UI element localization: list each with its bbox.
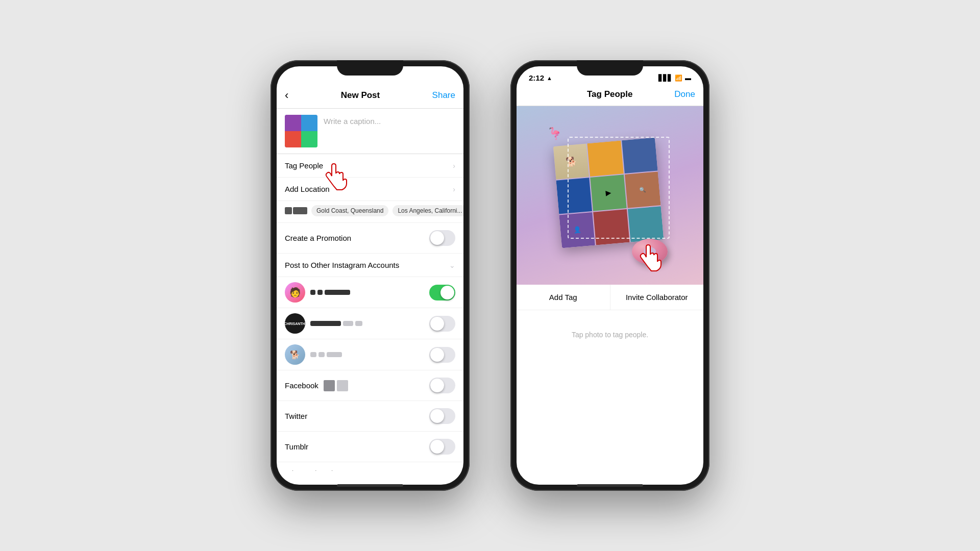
notch-left <box>337 60 403 76</box>
phone-left: ‹ New Post Share Write a caption... Tag … <box>271 60 470 491</box>
location-chips-row: Gold Coast, Queensland Los Angeles, Cali… <box>277 201 463 223</box>
account-2-toggle[interactable] <box>429 316 455 332</box>
create-promotion-label: Create a Promotion <box>285 234 351 242</box>
bird-decoration: 🦩 <box>546 126 564 142</box>
tag-people-title: Tag People <box>587 89 632 99</box>
add-location-label: Add Location <box>285 185 330 193</box>
advanced-settings-row[interactable]: Advanced Settings › <box>277 462 463 471</box>
nav-bar-right: Tag People Done <box>517 85 703 106</box>
status-left: 2:12 ▲ <box>529 73 552 82</box>
create-promotion-toggle[interactable] <box>429 230 455 246</box>
caption-row: Write a caption... <box>277 109 463 154</box>
account-row-2: CHRISANTHI <box>277 308 463 339</box>
post-accounts-header[interactable]: Post to Other Instagram Accounts ⌄ <box>277 254 463 277</box>
home-bar-right <box>577 484 643 487</box>
avatar-2: CHRISANTHI <box>285 313 305 334</box>
screen-left: ‹ New Post Share Write a caption... Tag … <box>277 66 463 485</box>
share-button[interactable]: Share <box>432 90 455 101</box>
back-button[interactable]: ‹ <box>285 89 288 102</box>
twitter-label: Twitter <box>285 412 307 420</box>
account-3-name <box>310 352 424 357</box>
create-promotion-row[interactable]: Create a Promotion <box>277 223 463 254</box>
content-left: Write a caption... Tag People › Add Loca… <box>277 109 463 471</box>
battery-icon: ▬ <box>685 74 691 82</box>
location-chip-1[interactable]: Gold Coast, Queensland <box>311 205 388 216</box>
invite-collaborator-button[interactable]: Invite Collaborator <box>610 285 704 310</box>
facebook-row[interactable]: Facebook <box>277 370 463 401</box>
name-bar-2c <box>355 321 362 326</box>
avatar-3: 🐕 <box>285 344 305 365</box>
facebook-toggle[interactable] <box>429 378 455 393</box>
name-bar-2b <box>343 321 353 326</box>
facebook-left: Facebook <box>285 380 348 391</box>
twitter-row[interactable]: Twitter <box>277 401 463 432</box>
nav-bar-left: ‹ New Post Share <box>277 85 463 109</box>
account-3-toggle[interactable] <box>429 347 455 363</box>
post-accounts-label: Post to Other Instagram Accounts <box>285 261 399 269</box>
name-bar-dot2 <box>317 290 323 295</box>
location-dot-box <box>285 207 307 214</box>
name-bar-2 <box>310 321 341 326</box>
donut-shape <box>632 239 668 264</box>
selection-box <box>568 137 670 239</box>
tag-people-row[interactable]: Tag People › <box>277 154 463 178</box>
twitter-toggle[interactable] <box>429 408 455 424</box>
status-icons: ▋▋▋ 📶 ▬ <box>658 74 691 82</box>
add-location-row[interactable]: Add Location › <box>277 178 463 201</box>
name-bar-3c <box>327 352 342 357</box>
done-button[interactable]: Done <box>674 89 695 99</box>
tag-actions-bar: Add Tag Invite Collaborator <box>517 285 703 310</box>
facebook-squares <box>324 380 348 391</box>
tag-people-label: Tag People <box>285 161 323 170</box>
photo-area[interactable]: 🦩 🐕 ▶ 🔍 👤 <box>517 106 703 285</box>
fb-sq-1 <box>324 380 335 391</box>
screen-right: 2:12 ▲ ▋▋▋ 📶 ▬ Tag People Done 🦩 🐕 <box>517 66 703 485</box>
name-bar-dot <box>310 290 315 295</box>
accounts-chevron-down: ⌄ <box>449 261 455 269</box>
avatar-1: 🧑 <box>285 282 305 303</box>
tap-instruction: Tap photo to tag people. <box>517 310 703 359</box>
advanced-settings-label: Advanced Settings <box>285 469 345 471</box>
home-bar-left <box>337 484 403 487</box>
tumblr-row[interactable]: Tumblr <box>277 432 463 462</box>
add-tag-button[interactable]: Add Tag <box>517 285 610 310</box>
facebook-label: Facebook <box>285 381 318 390</box>
avatar-3-img: 🐕 <box>285 344 305 365</box>
location-arrow-icon: ▲ <box>547 75 552 81</box>
donut-decoration <box>632 239 673 269</box>
tumblr-toggle[interactable] <box>429 439 455 455</box>
account-1-toggle[interactable] <box>429 285 455 300</box>
advanced-chevron-icon: › <box>347 470 349 471</box>
phone-right: 2:12 ▲ ▋▋▋ 📶 ▬ Tag People Done 🦩 🐕 <box>510 60 709 491</box>
location-chip-2[interactable]: Los Angeles, Californi... <box>393 205 463 216</box>
tumblr-label: Tumblr <box>285 442 308 451</box>
name-bar-3b <box>318 352 325 357</box>
tag-people-chevron: › <box>453 162 455 170</box>
caption-input[interactable]: Write a caption... <box>324 115 381 126</box>
name-bar-main <box>325 290 350 295</box>
account-row-1: 🧑 <box>277 277 463 308</box>
signal-icon: ▋▋▋ <box>658 74 672 82</box>
status-time: 2:12 <box>529 73 544 82</box>
account-row-3: 🐕 <box>277 339 463 370</box>
post-thumbnail <box>285 115 317 147</box>
account-1-name <box>310 290 424 295</box>
add-location-chevron: › <box>453 185 455 193</box>
donut-hole <box>644 247 656 256</box>
fb-sq-2 <box>337 380 348 391</box>
name-bar-3a <box>310 352 316 357</box>
nav-title-left: New Post <box>341 90 380 101</box>
avatar-1-img: 🧑 <box>285 282 305 303</box>
notch-right <box>577 60 643 76</box>
wifi-icon: 📶 <box>675 74 682 82</box>
account-2-name <box>310 321 424 326</box>
avatar-2-img: CHRISANTHI <box>285 313 305 334</box>
